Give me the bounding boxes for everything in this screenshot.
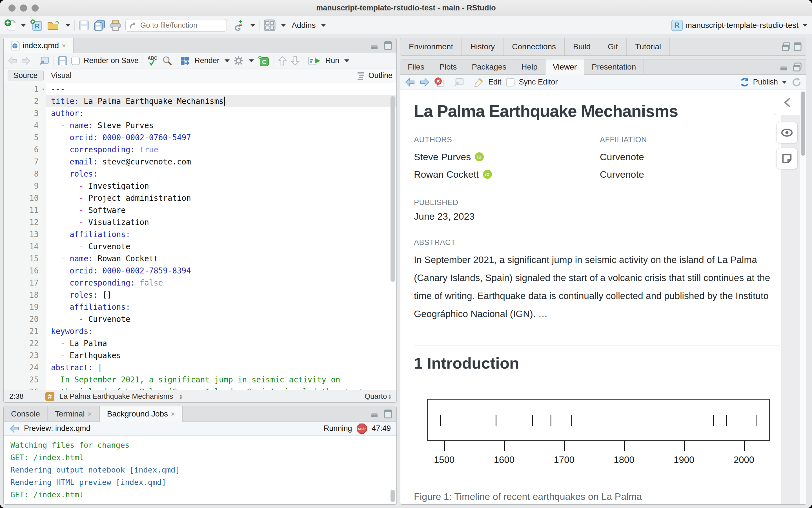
new-file-icon[interactable] [4, 19, 16, 31]
outline-button[interactable]: Outline [357, 71, 393, 80]
save-icon[interactable] [79, 20, 89, 31]
code-line[interactable]: title: La Palma Earthquake Mechanisms [46, 95, 396, 107]
fold-arrow-icon[interactable]: ▾ [42, 83, 45, 95]
render-on-save-checkbox[interactable] [71, 56, 80, 65]
code-line[interactable]: orcid: 0000-0002-7859-8394 [46, 265, 396, 277]
code-line[interactable]: - Project administration [46, 192, 396, 204]
restore-pane-icon[interactable] [782, 42, 790, 51]
edit-button[interactable]: Edit [488, 78, 501, 86]
open-in-window-icon[interactable] [39, 56, 50, 66]
new-project-icon[interactable]: R [30, 19, 43, 32]
code-line[interactable]: roles: [46, 168, 396, 180]
open-in-window-icon[interactable] [454, 77, 464, 87]
project-menu[interactable]: R manuscript-template-rstudio-test [672, 20, 808, 31]
tab-packages[interactable]: Packages [464, 59, 514, 74]
viewer-forward-icon[interactable] [419, 78, 430, 87]
console-scrollbar[interactable] [391, 490, 395, 502]
code-line[interactable]: roles: [] [46, 289, 396, 301]
visibility-button[interactable] [776, 122, 798, 143]
code-editor[interactable]: 1▾23456789101112131415161718192021222324… [4, 83, 396, 390]
code-line[interactable]: abstract: | [46, 362, 396, 374]
code-line[interactable]: In September 2021, a significant jump in… [46, 374, 396, 386]
viewer-back-icon[interactable] [405, 78, 415, 87]
code-line[interactable]: - Earthquakes [46, 349, 396, 362]
code-line[interactable]: --- [46, 83, 396, 95]
panes-layout-caret[interactable] [281, 24, 286, 27]
print-icon[interactable] [110, 20, 121, 31]
code-line[interactable]: - Software [46, 204, 396, 216]
code-line[interactable]: email: steve@curvenote.com [46, 156, 396, 168]
annotation-button[interactable] [776, 148, 798, 169]
panes-layout-icon[interactable] [263, 19, 276, 32]
run-button[interactable]: Run [325, 56, 339, 65]
settings-gear-icon[interactable] [234, 56, 244, 66]
restore-pane-icon[interactable] [793, 62, 802, 72]
tab-build[interactable]: Build [565, 38, 599, 55]
clear-viewer-icon[interactable] [434, 77, 444, 87]
run-caret[interactable] [344, 59, 350, 62]
viewer-scrollbar-track[interactable] [800, 90, 806, 504]
maximize-pane-icon[interactable] [794, 42, 802, 51]
jobs-back-icon[interactable] [9, 424, 19, 433]
run-previous-icon[interactable] [278, 56, 287, 66]
tab-terminal[interactable]: Terminal× [48, 406, 99, 421]
tab-viewer[interactable]: Viewer [545, 59, 584, 75]
viewer-scrollbar-thumb[interactable] [801, 91, 805, 156]
addins-button[interactable]: Addins [292, 21, 316, 30]
job-output[interactable]: Watching files for changesGET: /index.ht… [4, 436, 396, 504]
git-caret[interactable] [250, 24, 255, 27]
tab-console[interactable]: Console [4, 406, 48, 421]
code-line[interactable]: author: [46, 107, 396, 119]
edit-pencil-icon[interactable] [474, 77, 484, 87]
tab-tutorial[interactable]: Tutorial [626, 38, 670, 55]
publish-button[interactable]: Publish [739, 77, 787, 88]
code-line[interactable]: affiliations: [46, 301, 396, 313]
open-file-icon[interactable] [47, 20, 60, 31]
sync-editor-checkbox[interactable] [506, 78, 515, 86]
new-file-caret[interactable] [21, 24, 26, 27]
code-line[interactable]: - La Palma [46, 337, 396, 349]
code-line[interactable]: corresponding: true [46, 143, 396, 156]
forward-icon[interactable] [21, 56, 31, 65]
tab-environment[interactable]: Environment [400, 38, 462, 55]
refresh-icon[interactable] [791, 77, 802, 87]
save-file-icon[interactable] [58, 56, 67, 66]
tab-help[interactable]: Help [514, 59, 545, 74]
tab-background-jobs[interactable]: Background Jobs× [99, 406, 183, 422]
render-button[interactable]: Render [194, 56, 219, 65]
goto-file-input[interactable] [125, 19, 227, 32]
code-line[interactable]: - name: Rowan Cockett [46, 253, 396, 265]
tab-history[interactable]: History [462, 38, 503, 55]
tab-index-qmd[interactable]: index.qmd × [4, 38, 74, 53]
code-line[interactable]: - Curvenote [46, 241, 396, 253]
code-line[interactable]: - Curvenote [46, 313, 396, 325]
close-tab-icon[interactable]: × [62, 42, 66, 49]
close-background-jobs-icon[interactable]: × [171, 410, 175, 418]
open-file-caret[interactable] [65, 24, 71, 27]
code-line[interactable]: corresponding: false [46, 277, 396, 289]
maximize-pane-icon[interactable] [384, 410, 392, 418]
code-line[interactable]: - name: Steve Purves [46, 119, 396, 131]
tab-git[interactable]: Git [599, 38, 626, 55]
code-line[interactable]: - Investigation [46, 180, 396, 192]
save-all-icon[interactable] [93, 20, 106, 31]
close-terminal-icon[interactable]: × [88, 410, 92, 418]
code-line[interactable]: affiliations: [46, 228, 396, 241]
section-selector[interactable]: La Palma Earthquake Mechanisms [59, 392, 173, 401]
run-icon[interactable] [308, 56, 322, 66]
stop-icon[interactable]: STOP [356, 423, 367, 434]
run-next-icon[interactable] [291, 56, 300, 66]
spellcheck-icon[interactable]: ABC [147, 55, 158, 67]
maximize-pane-icon[interactable] [384, 41, 392, 50]
addins-caret[interactable] [321, 24, 326, 27]
minimize-pane-icon[interactable] [780, 63, 790, 71]
tab-connections[interactable]: Connections [503, 38, 565, 55]
code-line[interactable]: keywords: [46, 325, 396, 337]
render-caret[interactable] [225, 59, 230, 62]
minimize-pane-icon[interactable] [371, 42, 381, 50]
visual-toggle[interactable]: Visual [51, 71, 72, 80]
settings-caret[interactable] [249, 59, 254, 62]
tab-files[interactable]: Files [400, 59, 432, 74]
viewer-content[interactable]: La Palma Earthquake Mechanisms AUTHORS S… [400, 90, 806, 504]
git-icon[interactable]: G [235, 19, 245, 32]
